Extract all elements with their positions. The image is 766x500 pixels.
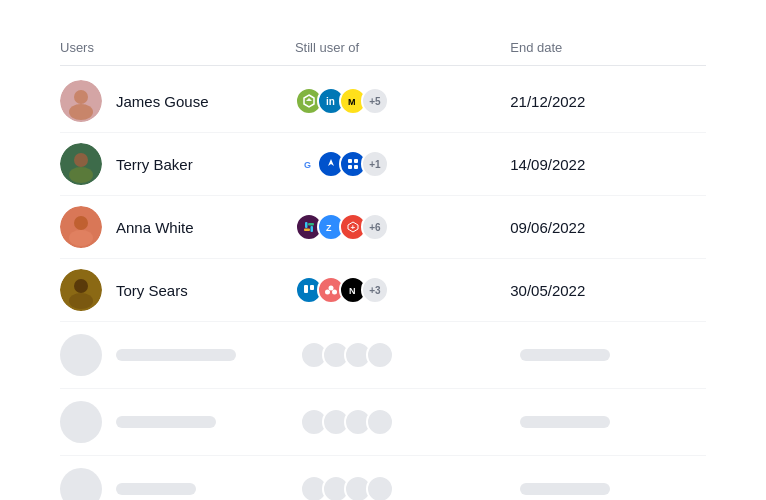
svg-rect-11: [348, 165, 352, 169]
table-header: Users Still user of End date: [60, 40, 706, 66]
app-extra-badge: +5: [361, 87, 389, 115]
skeleton-apps: [300, 475, 520, 500]
svg-point-29: [332, 290, 337, 295]
table-body: James Gouse in M +521/12/2022 Terry Bake…: [60, 70, 706, 322]
svg-text:M: M: [348, 97, 356, 107]
col-header-users: Users: [60, 40, 295, 55]
user-col: Anna White: [60, 206, 295, 248]
apps-col: in M +5: [295, 87, 510, 115]
skeleton-apps: [300, 408, 520, 436]
apps-col: Z + +6: [295, 213, 510, 241]
skeleton-avatar: [60, 468, 102, 500]
app-extra-badge: +1: [361, 150, 389, 178]
svg-rect-18: [308, 223, 314, 226]
table-row: Anna White Z + +609/06/2022: [60, 196, 706, 259]
skeleton-avatar: [60, 334, 102, 376]
svg-rect-26: [310, 285, 314, 290]
skeleton-name: [116, 483, 196, 495]
table-row: Tory Sears N +330/05/2022: [60, 259, 706, 322]
svg-point-7: [69, 167, 93, 183]
svg-point-1: [74, 90, 88, 104]
skeleton-name: [116, 416, 216, 428]
skeleton-date: [520, 483, 610, 495]
user-name: Tory Sears: [116, 282, 188, 299]
svg-rect-17: [310, 226, 313, 232]
end-date: 30/05/2022: [510, 282, 706, 299]
table-row: James Gouse in M +521/12/2022: [60, 70, 706, 133]
main-container: Users Still user of End date James Gouse…: [0, 0, 766, 500]
svg-rect-10: [354, 159, 358, 163]
apps-col: G +1: [295, 150, 510, 178]
skeleton-row: [60, 389, 706, 456]
skeleton-date: [520, 416, 610, 428]
svg-rect-12: [354, 165, 358, 169]
avatar: [60, 269, 102, 311]
end-date: 14/09/2022: [510, 156, 706, 173]
col-header-still-user: Still user of: [295, 40, 510, 55]
skeleton-avatar: [60, 401, 102, 443]
svg-rect-9: [348, 159, 352, 163]
svg-point-24: [69, 293, 93, 309]
avatar: [60, 80, 102, 122]
svg-point-28: [325, 290, 330, 295]
svg-text:G: G: [304, 160, 311, 170]
table-row: Terry Baker G +114/09/2022: [60, 133, 706, 196]
svg-point-2: [69, 104, 93, 120]
skeleton-rows: [60, 322, 706, 500]
avatar: [60, 143, 102, 185]
col-header-end-date: End date: [510, 40, 706, 55]
svg-text:+: +: [350, 223, 355, 232]
svg-point-23: [74, 279, 88, 293]
end-date: 21/12/2022: [510, 93, 706, 110]
end-date: 09/06/2022: [510, 219, 706, 236]
skeleton-app-circle: [366, 408, 394, 436]
svg-text:in: in: [326, 96, 335, 107]
skeleton-date: [520, 349, 610, 361]
svg-rect-16: [305, 222, 308, 228]
user-name: Anna White: [116, 219, 194, 236]
skeleton-row: [60, 322, 706, 389]
svg-point-6: [74, 153, 88, 167]
user-name: James Gouse: [116, 93, 209, 110]
svg-rect-19: [304, 229, 310, 232]
app-extra-badge: +3: [361, 276, 389, 304]
svg-text:Z: Z: [326, 223, 332, 233]
svg-point-27: [328, 286, 333, 291]
svg-point-14: [74, 216, 88, 230]
svg-point-15: [69, 230, 93, 246]
skeleton-name: [116, 349, 236, 361]
svg-rect-25: [304, 285, 308, 293]
skeleton-row: [60, 456, 706, 500]
user-col: Terry Baker: [60, 143, 295, 185]
skeleton-app-circle: [366, 341, 394, 369]
app-extra-badge: +6: [361, 213, 389, 241]
user-col: James Gouse: [60, 80, 295, 122]
skeleton-app-circle: [366, 475, 394, 500]
avatar: [60, 206, 102, 248]
user-col: Tory Sears: [60, 269, 295, 311]
user-name: Terry Baker: [116, 156, 193, 173]
apps-col: N +3: [295, 276, 510, 304]
skeleton-apps: [300, 341, 520, 369]
svg-text:N: N: [349, 286, 356, 296]
